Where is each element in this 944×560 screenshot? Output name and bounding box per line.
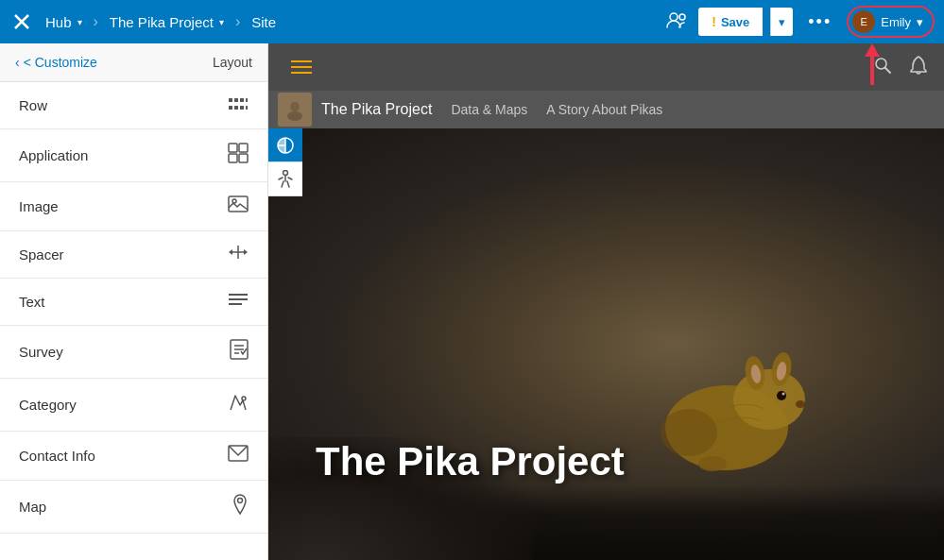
nav-right: ! Save ▾ ••• E Emily ▾	[662, 6, 935, 38]
red-arrow-indicator	[865, 43, 880, 85]
svg-rect-12	[229, 144, 237, 152]
svg-rect-6	[240, 98, 244, 102]
sidebar-item-text[interactable]: Text	[0, 279, 267, 326]
category-label: Category	[19, 397, 77, 413]
sidebar-item-survey[interactable]: Survey	[0, 326, 267, 379]
svg-point-31	[238, 499, 243, 503]
application-icon	[228, 143, 249, 168]
back-chevron-icon: ‹	[15, 55, 20, 70]
top-navigation: Hub ▾ › The Pika Project ▾ › Site ! Save…	[0, 0, 944, 43]
map-label: Map	[19, 499, 46, 515]
hamburger-line-2	[291, 66, 312, 68]
save-dropdown-button[interactable]: ▾	[770, 8, 793, 36]
svg-point-29	[242, 397, 246, 400]
svg-point-43	[777, 391, 786, 400]
user-chevron-icon: ▾	[917, 15, 923, 29]
svg-rect-14	[229, 154, 237, 162]
svg-point-44	[782, 393, 785, 396]
spacer-label: Spacer	[19, 246, 64, 263]
customize-label: < Customize	[24, 55, 97, 70]
main-container: ‹ < Customize Layout Row	[0, 43, 944, 560]
content-area: The Pika Project Data & Maps A Story Abo…	[268, 43, 944, 560]
site-thumbnail	[278, 93, 312, 127]
svg-point-3	[679, 14, 685, 20]
avatar: E	[852, 10, 875, 33]
svg-marker-20	[229, 249, 232, 255]
sidebar-items-list: Row Application	[0, 82, 267, 560]
left-panel-icons	[268, 128, 302, 196]
sidebar-item-application[interactable]: Application	[0, 129, 267, 182]
site-nav-links: Data & Maps A Story About Pikas	[451, 102, 662, 117]
svg-rect-7	[246, 98, 248, 102]
nav-left: Hub ▾ › The Pika Project ▾ › Site	[9, 9, 655, 34]
bell-icon[interactable]	[902, 50, 935, 85]
contact-info-label: Contact Info	[19, 448, 95, 464]
hub-button[interactable]: Hub ▾	[40, 10, 88, 34]
user-menu-button[interactable]: E Emily ▾	[847, 6, 935, 38]
map-icon	[232, 494, 249, 519]
site-navigation-bar	[268, 43, 944, 91]
nav-separator-2: ›	[235, 13, 240, 30]
svg-rect-9	[234, 106, 238, 110]
svg-point-47	[661, 409, 717, 456]
sidebar-item-row[interactable]: Row	[0, 82, 267, 129]
contact-info-icon	[228, 445, 249, 467]
arrow-shaft	[870, 57, 874, 85]
sidebar-item-image[interactable]: Image	[0, 182, 267, 231]
save-dropdown-chevron-icon: ▾	[779, 15, 785, 29]
layout-label: Layout	[213, 55, 252, 70]
svg-point-35	[290, 102, 300, 111]
svg-rect-5	[234, 98, 238, 102]
hamburger-line-1	[291, 60, 312, 62]
theme-toggle-button[interactable]	[268, 128, 302, 162]
project-chevron-icon: ▾	[219, 17, 224, 27]
spacer-icon	[228, 245, 249, 264]
row-icon	[228, 95, 249, 115]
project-button[interactable]: The Pika Project ▾	[104, 10, 230, 34]
text-icon	[228, 292, 249, 312]
save-label: Save	[721, 15, 749, 29]
svg-rect-4	[229, 98, 232, 102]
sidebar-item-category[interactable]: Category	[0, 379, 267, 432]
sidebar-item-spacer[interactable]: Spacer	[0, 231, 267, 279]
site-button[interactable]: Site	[246, 10, 282, 34]
svg-point-2	[670, 13, 678, 21]
hero-title: The Pika Project	[316, 439, 625, 484]
survey-icon	[230, 339, 249, 365]
svg-rect-10	[240, 106, 244, 110]
svg-point-49	[283, 170, 288, 175]
text-label: Text	[19, 294, 45, 310]
category-icon	[228, 392, 249, 417]
more-options-button[interactable]: •••	[800, 8, 839, 36]
sidebar-item-map[interactable]: Map	[0, 481, 267, 534]
svg-line-33	[885, 67, 891, 73]
arrow-head	[865, 43, 880, 57]
svg-rect-8	[229, 106, 232, 110]
warning-icon: !	[712, 14, 716, 29]
svg-point-45	[796, 400, 805, 408]
site-label: Site	[251, 14, 276, 30]
more-icon: •••	[808, 12, 832, 31]
nav-link-data-maps[interactable]: Data & Maps	[451, 102, 527, 117]
svg-rect-13	[239, 144, 248, 152]
svg-point-36	[287, 111, 302, 121]
nav-separator-1: ›	[94, 13, 98, 30]
pika-animal-image	[623, 314, 831, 484]
svg-rect-11	[246, 106, 248, 110]
accessibility-toggle-button[interactable]	[268, 162, 302, 196]
save-button[interactable]: ! Save	[698, 8, 763, 36]
hub-chevron-icon: ▾	[77, 17, 82, 27]
hamburger-button[interactable]	[278, 53, 325, 81]
svg-point-46	[698, 456, 727, 471]
close-button[interactable]	[9, 9, 34, 34]
hub-label: Hub	[45, 14, 72, 30]
people-icon[interactable]	[662, 8, 691, 37]
image-icon	[228, 195, 249, 217]
user-label: Emily	[881, 15, 911, 29]
survey-label: Survey	[19, 344, 63, 360]
svg-marker-21	[244, 249, 248, 255]
sidebar-item-contact-info[interactable]: Contact Info	[0, 432, 267, 481]
customize-link[interactable]: ‹ < Customize	[15, 55, 97, 70]
nav-link-story[interactable]: A Story About Pikas	[546, 102, 662, 117]
image-label: Image	[19, 198, 59, 214]
